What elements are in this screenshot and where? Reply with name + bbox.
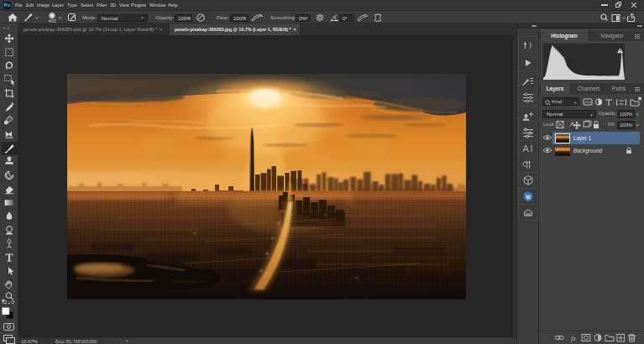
svg-text:fx: fx bbox=[571, 335, 576, 342]
svg-text:w: w bbox=[526, 194, 531, 200]
svg-text:400: 400 bbox=[49, 18, 56, 23]
